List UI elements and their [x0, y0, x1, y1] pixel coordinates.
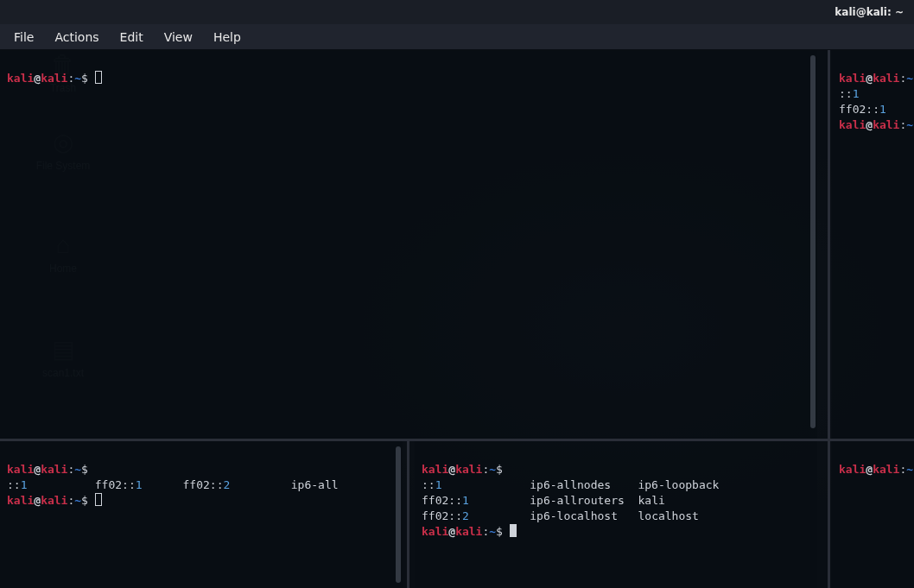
menu-help[interactable]: Help: [205, 27, 250, 47]
prompt-host: kali: [41, 494, 67, 507]
split-divider-horizontal[interactable]: [0, 439, 828, 441]
prompt-user: kali: [839, 118, 866, 131]
output-num: 1: [21, 478, 28, 491]
prompt-host: kali: [455, 525, 482, 538]
prompt-user: kali: [422, 525, 448, 538]
prompt-cwd: ~: [74, 72, 81, 85]
menu-edit[interactable]: Edit: [111, 27, 152, 47]
output-num: 1: [853, 87, 860, 100]
prompt-at: @: [866, 463, 873, 476]
terminal-pane-bottom-middle[interactable]: kali@kali:~$ ::1 ip6-allnodes ip6-loopba…: [415, 441, 817, 588]
terminal-pane-bottom-right[interactable]: kali@kali:~: [832, 441, 914, 588]
output-num: 2: [224, 478, 231, 491]
output-text: ip6-all: [291, 478, 339, 491]
prompt-at: @: [448, 525, 455, 538]
prompt-cwd: ~: [906, 72, 913, 85]
output-text: localhost: [638, 509, 698, 522]
prompt-user: kali: [422, 463, 448, 476]
output-text: kali: [638, 494, 664, 507]
prompt-at: @: [34, 494, 41, 507]
split-divider-vertical[interactable]: [407, 441, 409, 588]
output-num: 1: [879, 103, 886, 116]
output-num: 1: [462, 494, 469, 507]
prompt-host: kali: [41, 72, 67, 85]
cursor-icon: [510, 524, 517, 537]
prompt-dollar: $: [81, 72, 88, 85]
prompt-host: kali: [873, 118, 899, 131]
cursor-icon: [95, 493, 102, 506]
output-text: ip6-loopback: [638, 478, 719, 491]
output-num: 1: [435, 478, 442, 491]
prompt-at: @: [866, 118, 873, 131]
scrollbar[interactable]: [396, 446, 401, 583]
menu-file[interactable]: File: [5, 27, 42, 47]
split-divider-vertical[interactable]: [828, 50, 830, 588]
output-text: ::: [839, 87, 853, 100]
terminal-pane-top-right[interactable]: kali@kali:~ ::1 ff02::1 kali@kali:~: [832, 50, 914, 439]
prompt-host: kali: [41, 463, 67, 476]
prompt-user: kali: [839, 463, 866, 476]
prompt-dollar: $: [81, 463, 88, 476]
window-titlebar[interactable]: kali@kali: ~: [0, 0, 914, 24]
output-text: ff02: [422, 494, 448, 507]
prompt-dollar: $: [496, 525, 503, 538]
menu-view[interactable]: View: [156, 27, 201, 47]
split-divider-horizontal[interactable]: [828, 439, 914, 441]
output-text: ff02: [422, 509, 448, 522]
output-text: ip6-allrouters: [530, 494, 625, 507]
prompt-host: kali: [873, 463, 899, 476]
output-text: ::: [422, 478, 435, 491]
cursor-icon: [95, 71, 102, 84]
menu-actions[interactable]: Actions: [46, 27, 107, 47]
prompt-cwd: ~: [906, 118, 913, 131]
terminal-split-container: kali@kali:~$ kali@kali:~ ::1 ff02::1 kal…: [0, 50, 914, 588]
output-text: ff02: [95, 478, 122, 491]
output-text: ::: [210, 478, 224, 491]
prompt-at: @: [448, 463, 455, 476]
output-text: ff02: [839, 103, 866, 116]
output-num: 1: [136, 478, 143, 491]
output-text: ff02: [183, 478, 210, 491]
prompt-at: @: [34, 463, 41, 476]
prompt-cwd: ~: [906, 463, 913, 476]
prompt-cwd: ~: [74, 494, 81, 507]
output-num: 2: [462, 509, 469, 522]
prompt-cwd: ~: [74, 463, 81, 476]
prompt-user: kali: [839, 72, 866, 85]
menubar: File Actions Edit View Help: [0, 24, 914, 50]
terminal-pane-bottom-left[interactable]: kali@kali:~$ ::1 ff02::1 ff02::2 ip6-all…: [0, 441, 403, 588]
prompt-user: kali: [7, 72, 34, 85]
terminal-pane-top-left[interactable]: kali@kali:~$: [0, 50, 817, 439]
output-text: ::: [866, 103, 879, 116]
prompt-cwd: ~: [489, 463, 496, 476]
output-text: ::: [122, 478, 136, 491]
scrollbar[interactable]: [810, 55, 816, 428]
window-title: kali@kali: ~: [835, 6, 904, 18]
output-text: ::: [448, 509, 462, 522]
output-text: ::: [7, 478, 21, 491]
output-text: ip6-localhost: [530, 509, 618, 522]
prompt-at: @: [34, 72, 41, 85]
output-text: ::: [448, 494, 462, 507]
prompt-user: kali: [7, 463, 34, 476]
prompt-user: kali: [7, 494, 34, 507]
output-text: ip6-allnodes: [530, 478, 611, 491]
prompt-host: kali: [873, 72, 899, 85]
prompt-cwd: ~: [489, 525, 496, 538]
prompt-at: @: [866, 72, 873, 85]
prompt-dollar: $: [81, 494, 88, 507]
prompt-dollar: $: [496, 463, 503, 476]
prompt-host: kali: [455, 463, 482, 476]
